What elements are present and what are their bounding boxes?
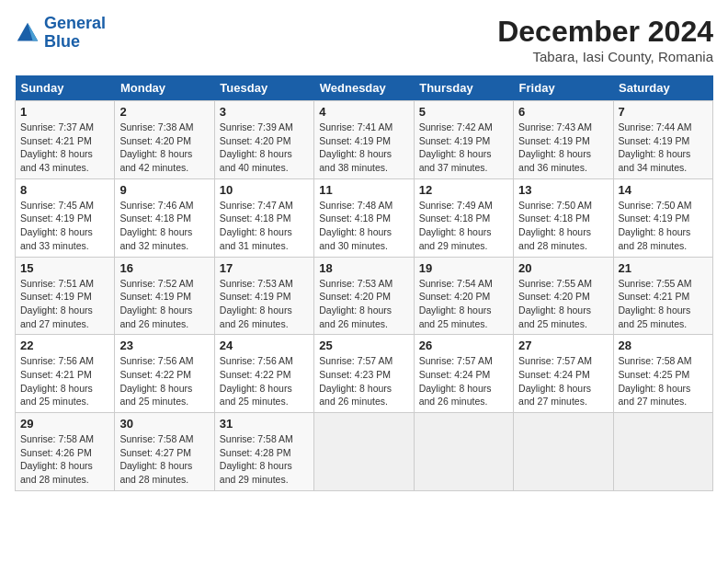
day-number: 2	[119, 105, 209, 119]
day-detail: Sunrise: 7:56 AM Sunset: 4:21 PM Dayligh…	[20, 354, 109, 408]
day-number: 6	[518, 105, 608, 119]
day-detail: Sunrise: 7:58 AM Sunset: 4:27 PM Dayligh…	[119, 432, 209, 487]
day-number: 23	[119, 339, 209, 352]
calendar-cell: 9Sunrise: 7:46 AM Sunset: 4:18 PM Daylig…	[115, 178, 214, 257]
calendar-week-5: 29Sunrise: 7:58 AM Sunset: 4:26 PM Dayli…	[16, 413, 713, 491]
calendar-week-2: 8Sunrise: 7:45 AM Sunset: 4:19 PM Daylig…	[16, 178, 713, 257]
calendar-week-4: 22Sunrise: 7:56 AM Sunset: 4:21 PM Dayli…	[16, 335, 713, 413]
weekday-header-wednesday: Wednesday	[314, 75, 414, 101]
calendar-cell: 13Sunrise: 7:50 AM Sunset: 4:18 PM Dayli…	[514, 178, 613, 257]
calendar-cell: 23Sunrise: 7:56 AM Sunset: 4:22 PM Dayli…	[115, 335, 214, 413]
weekday-header-monday: Monday	[115, 75, 214, 101]
calendar-cell: 30Sunrise: 7:58 AM Sunset: 4:27 PM Dayli…	[115, 413, 214, 491]
weekday-header-saturday: Saturday	[613, 75, 712, 101]
day-detail: Sunrise: 7:55 AM Sunset: 4:21 PM Dayligh…	[619, 277, 708, 331]
calendar-week-1: 1Sunrise: 7:37 AM Sunset: 4:21 PM Daylig…	[16, 101, 713, 179]
calendar-cell: 14Sunrise: 7:50 AM Sunset: 4:19 PM Dayli…	[613, 178, 712, 257]
logo: General Blue	[15, 15, 106, 52]
calendar-cell: 11Sunrise: 7:48 AM Sunset: 4:18 PM Dayli…	[314, 178, 414, 257]
day-detail: Sunrise: 7:45 AM Sunset: 4:19 PM Dayligh…	[20, 199, 109, 253]
calendar-cell: 16Sunrise: 7:52 AM Sunset: 4:19 PM Dayli…	[115, 257, 214, 335]
calendar-header: SundayMondayTuesdayWednesdayThursdayFrid…	[16, 75, 713, 101]
day-number: 3	[220, 105, 309, 119]
calendar-cell: 10Sunrise: 7:47 AM Sunset: 4:18 PM Dayli…	[214, 178, 313, 257]
calendar-cell: 2Sunrise: 7:38 AM Sunset: 4:20 PM Daylig…	[115, 101, 214, 179]
day-detail: Sunrise: 7:38 AM Sunset: 4:20 PM Dayligh…	[119, 121, 209, 175]
day-number: 1	[20, 105, 109, 119]
calendar-cell: 1Sunrise: 7:37 AM Sunset: 4:21 PM Daylig…	[16, 101, 115, 179]
day-number: 28	[619, 339, 708, 352]
day-detail: Sunrise: 7:39 AM Sunset: 4:20 PM Dayligh…	[220, 121, 309, 175]
day-detail: Sunrise: 7:50 AM Sunset: 4:19 PM Dayligh…	[619, 199, 708, 253]
day-number: 31	[220, 417, 309, 431]
weekday-header-friday: Friday	[514, 75, 613, 101]
calendar-cell: 12Sunrise: 7:49 AM Sunset: 4:18 PM Dayli…	[414, 178, 513, 257]
day-number: 7	[619, 105, 708, 119]
logo-icon	[15, 20, 40, 46]
calendar-cell	[414, 413, 513, 491]
day-detail: Sunrise: 7:46 AM Sunset: 4:18 PM Dayligh…	[119, 199, 209, 253]
calendar-cell: 4Sunrise: 7:41 AM Sunset: 4:19 PM Daylig…	[314, 101, 414, 179]
month-title: December 2024	[497, 15, 713, 49]
calendar-cell: 28Sunrise: 7:58 AM Sunset: 4:25 PM Dayli…	[613, 335, 712, 413]
day-number: 17	[220, 261, 309, 275]
calendar-week-3: 15Sunrise: 7:51 AM Sunset: 4:19 PM Dayli…	[16, 257, 713, 335]
day-detail: Sunrise: 7:56 AM Sunset: 4:22 PM Dayligh…	[119, 354, 209, 408]
calendar-cell: 7Sunrise: 7:44 AM Sunset: 4:19 PM Daylig…	[613, 101, 712, 179]
calendar-cell: 6Sunrise: 7:43 AM Sunset: 4:19 PM Daylig…	[514, 101, 613, 179]
calendar-cell: 22Sunrise: 7:56 AM Sunset: 4:21 PM Dayli…	[16, 335, 115, 413]
day-number: 5	[419, 105, 508, 119]
calendar-cell: 31Sunrise: 7:58 AM Sunset: 4:28 PM Dayli…	[214, 413, 313, 491]
day-number: 21	[619, 261, 708, 275]
calendar-cell: 8Sunrise: 7:45 AM Sunset: 4:19 PM Daylig…	[16, 178, 115, 257]
title-block: December 2024 Tabara, Iasi County, Roman…	[497, 15, 713, 64]
day-number: 14	[619, 183, 708, 197]
calendar-cell	[613, 413, 712, 491]
day-number: 19	[419, 261, 508, 275]
calendar-cell: 26Sunrise: 7:57 AM Sunset: 4:24 PM Dayli…	[414, 335, 513, 413]
day-number: 20	[518, 261, 608, 275]
day-detail: Sunrise: 7:56 AM Sunset: 4:22 PM Dayligh…	[220, 354, 309, 408]
day-detail: Sunrise: 7:58 AM Sunset: 4:28 PM Dayligh…	[220, 432, 309, 487]
day-detail: Sunrise: 7:44 AM Sunset: 4:19 PM Dayligh…	[619, 121, 708, 175]
calendar-cell: 20Sunrise: 7:55 AM Sunset: 4:20 PM Dayli…	[514, 257, 613, 335]
day-detail: Sunrise: 7:47 AM Sunset: 4:18 PM Dayligh…	[220, 199, 309, 253]
calendar-cell: 21Sunrise: 7:55 AM Sunset: 4:21 PM Dayli…	[613, 257, 712, 335]
day-detail: Sunrise: 7:54 AM Sunset: 4:20 PM Dayligh…	[419, 277, 508, 331]
calendar-cell	[514, 413, 613, 491]
day-detail: Sunrise: 7:52 AM Sunset: 4:19 PM Dayligh…	[119, 277, 209, 331]
day-number: 24	[220, 339, 309, 352]
day-detail: Sunrise: 7:50 AM Sunset: 4:18 PM Dayligh…	[518, 199, 608, 253]
day-number: 26	[419, 339, 508, 352]
day-detail: Sunrise: 7:57 AM Sunset: 4:23 PM Dayligh…	[319, 354, 408, 408]
day-detail: Sunrise: 7:43 AM Sunset: 4:19 PM Dayligh…	[518, 121, 608, 175]
day-detail: Sunrise: 7:48 AM Sunset: 4:18 PM Dayligh…	[319, 199, 408, 253]
day-detail: Sunrise: 7:57 AM Sunset: 4:24 PM Dayligh…	[419, 354, 508, 408]
day-number: 27	[518, 339, 608, 352]
day-number: 18	[319, 261, 408, 275]
day-detail: Sunrise: 7:49 AM Sunset: 4:18 PM Dayligh…	[419, 199, 508, 253]
day-number: 8	[20, 183, 109, 197]
page-header: General Blue December 2024 Tabara, Iasi …	[15, 15, 713, 64]
calendar-table: SundayMondayTuesdayWednesdayThursdayFrid…	[15, 75, 713, 491]
day-detail: Sunrise: 7:58 AM Sunset: 4:26 PM Dayligh…	[20, 432, 109, 487]
weekday-header-sunday: Sunday	[16, 75, 115, 101]
calendar-cell: 15Sunrise: 7:51 AM Sunset: 4:19 PM Dayli…	[16, 257, 115, 335]
day-number: 9	[119, 183, 209, 197]
day-number: 29	[20, 417, 109, 431]
logo-text: General Blue	[44, 15, 106, 52]
location: Tabara, Iasi County, Romania	[497, 49, 713, 64]
day-number: 13	[518, 183, 608, 197]
day-detail: Sunrise: 7:53 AM Sunset: 4:19 PM Dayligh…	[220, 277, 309, 331]
day-detail: Sunrise: 7:41 AM Sunset: 4:19 PM Dayligh…	[319, 121, 408, 175]
day-detail: Sunrise: 7:55 AM Sunset: 4:20 PM Dayligh…	[518, 277, 608, 331]
day-detail: Sunrise: 7:51 AM Sunset: 4:19 PM Dayligh…	[20, 277, 109, 331]
calendar-cell: 17Sunrise: 7:53 AM Sunset: 4:19 PM Dayli…	[214, 257, 313, 335]
day-number: 10	[220, 183, 309, 197]
day-detail: Sunrise: 7:42 AM Sunset: 4:19 PM Dayligh…	[419, 121, 508, 175]
day-number: 11	[319, 183, 408, 197]
day-number: 4	[319, 105, 408, 119]
calendar-cell: 19Sunrise: 7:54 AM Sunset: 4:20 PM Dayli…	[414, 257, 513, 335]
calendar-cell: 25Sunrise: 7:57 AM Sunset: 4:23 PM Dayli…	[314, 335, 414, 413]
day-number: 25	[319, 339, 408, 352]
